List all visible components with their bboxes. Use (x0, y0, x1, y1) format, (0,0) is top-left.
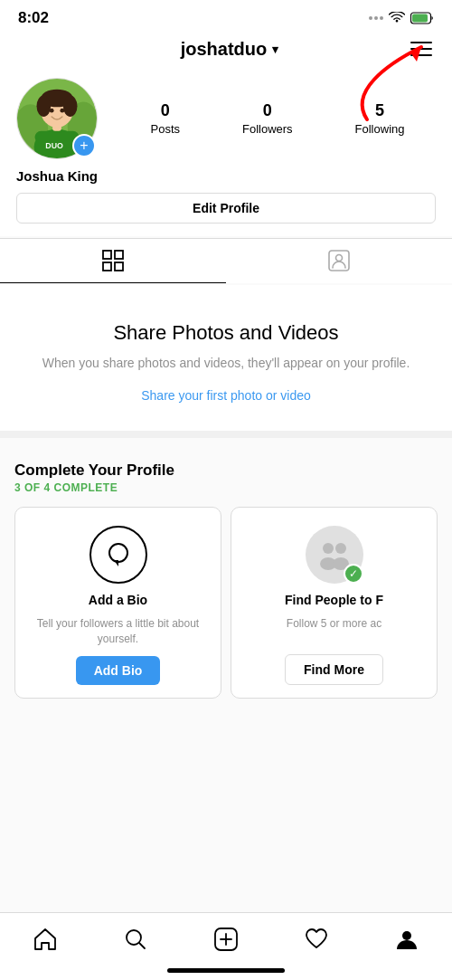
bio-card-desc: Tell your followers a little bit about y… (28, 616, 208, 647)
svg-point-25 (335, 543, 346, 554)
complete-profile-title: Complete Your Profile (14, 461, 438, 480)
posts-count: 0 (161, 101, 170, 120)
username-row[interactable]: joshatduo ▾ (181, 39, 279, 60)
empty-state: Share Photos and Videos When you share p… (0, 285, 452, 431)
followers-stat[interactable]: 0 Followers (242, 101, 293, 136)
bio-card-title: Add a Bio (89, 593, 147, 607)
profile-icon (395, 928, 419, 951)
followers-label: Followers (242, 122, 293, 136)
tab-tagged[interactable] (226, 239, 452, 283)
username-text: joshatduo (181, 39, 268, 60)
complete-profile-section: Complete Your Profile 3 OF 4 COMPLETE Ad… (0, 445, 452, 708)
svg-point-13 (50, 109, 54, 113)
find-people-card-desc: Follow 5 or more ac (287, 616, 381, 632)
signal-icon (369, 16, 383, 20)
find-people-card: ✓ Find People to F Follow 5 or more ac F… (231, 507, 438, 699)
add-icon (214, 928, 238, 951)
person-tag-icon (328, 250, 350, 271)
svg-point-14 (60, 109, 64, 113)
svg-text:DUO: DUO (45, 141, 63, 150)
svg-rect-1 (412, 14, 428, 23)
find-people-card-title: Find People to F (285, 593, 383, 607)
status-time: 8:02 (18, 9, 49, 27)
complete-profile-progress: 3 OF 4 COMPLETE (14, 481, 438, 494)
completed-check-icon: ✓ (344, 564, 363, 584)
svg-point-23 (323, 543, 334, 554)
share-subtitle: When you share photos and videos, they'l… (27, 354, 425, 373)
bio-icon-wrap (89, 526, 147, 584)
page-wrapper: 8:02 joshatduo (0, 0, 452, 780)
share-title: Share Photos and Videos (27, 321, 425, 345)
search-icon (124, 928, 147, 951)
avatar-wrap: DUO + (16, 78, 98, 159)
profile-name: Joshua King (16, 168, 436, 184)
nav-search[interactable] (106, 924, 165, 955)
find-more-button[interactable]: Find More (285, 654, 383, 685)
people-icon-wrap: ✓ (306, 526, 363, 584)
nav-profile[interactable] (377, 924, 437, 955)
svg-rect-16 (103, 251, 111, 259)
heart-icon (305, 928, 328, 951)
posts-stat[interactable]: 0 Posts (150, 101, 180, 136)
chat-bubble-icon (105, 541, 132, 568)
home-indicator (167, 968, 285, 973)
status-bar: 8:02 (0, 0, 452, 33)
status-icons (369, 12, 434, 24)
grid-icon (102, 250, 124, 271)
divider (0, 431, 452, 438)
chevron-down-icon: ▾ (272, 43, 278, 56)
svg-point-22 (109, 544, 127, 562)
tab-grid[interactable] (0, 239, 226, 283)
arrow-annotation (295, 29, 439, 138)
posts-label: Posts (150, 122, 180, 136)
home-icon (33, 928, 57, 951)
tabs-bar (0, 238, 452, 283)
share-link[interactable]: Share your first photo or video (141, 388, 311, 403)
svg-rect-17 (115, 251, 123, 259)
svg-rect-18 (103, 262, 111, 271)
bottom-spacer (0, 708, 452, 780)
edit-profile-button[interactable]: Edit Profile (16, 193, 436, 224)
wifi-icon (389, 12, 405, 24)
followers-count: 0 (263, 101, 272, 120)
add-bio-button[interactable]: Add Bio (76, 656, 161, 685)
nav-add[interactable] (196, 924, 256, 955)
svg-rect-19 (115, 262, 123, 271)
svg-point-29 (402, 931, 411, 940)
nav-home[interactable] (15, 924, 75, 955)
add-story-button[interactable]: + (72, 134, 96, 157)
nav-heart[interactable] (287, 924, 346, 955)
add-bio-card: Add a Bio Tell your followers a little b… (14, 507, 221, 699)
svg-point-21 (336, 255, 343, 262)
svg-point-12 (63, 96, 78, 117)
profile-cards-row: Add a Bio Tell your followers a little b… (14, 507, 438, 699)
svg-point-11 (37, 96, 52, 117)
battery-icon (410, 12, 434, 24)
